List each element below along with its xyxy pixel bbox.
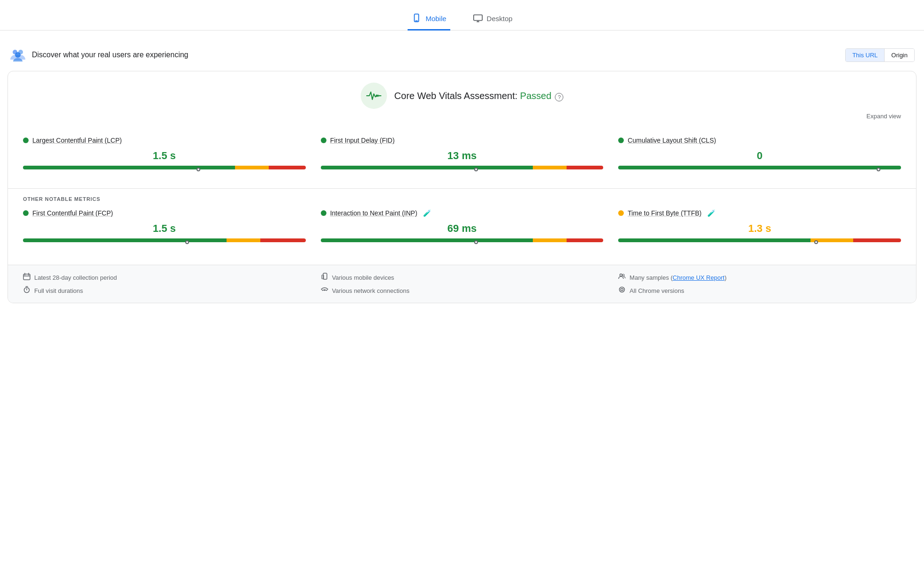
cwv-status: Passed <box>520 91 552 101</box>
tab-desktop[interactable]: Desktop <box>469 8 516 31</box>
footer-item-network: Various network connections <box>321 286 604 295</box>
metric-fid: First Input Delay (FID) 13 ms <box>321 131 604 177</box>
footer-item-period: Latest 28-day collection period <box>23 273 306 282</box>
users-icon <box>9 46 26 63</box>
footer-item-samples: Many samples (Chrome UX Report) <box>618 273 901 282</box>
cls-bar <box>618 166 901 169</box>
ttfb-lab-icon: 🧪 <box>707 209 715 217</box>
inp-lab-icon: 🧪 <box>423 209 431 217</box>
lcp-bar <box>23 166 306 169</box>
inp-dot <box>321 210 326 216</box>
fid-value: 13 ms <box>321 150 604 162</box>
svg-point-21 <box>620 287 625 292</box>
tab-mobile[interactable]: Mobile <box>408 8 450 31</box>
fcp-marker <box>185 240 189 244</box>
people-icon <box>618 273 626 282</box>
metric-lcp-label: Largest Contentful Paint (LCP) <box>23 137 306 144</box>
svg-point-17 <box>622 274 624 276</box>
inp-link[interactable]: Interaction to Next Paint (INP) <box>330 209 417 217</box>
tab-desktop-label: Desktop <box>487 15 513 23</box>
cwv-header: Core Web Vitals Assessment: Passed ? <box>23 83 901 109</box>
timer-icon <box>23 286 30 295</box>
cwv-title: Core Web Vitals Assessment: Passed ? <box>394 91 564 101</box>
inp-value: 69 ms <box>321 222 604 235</box>
expand-view[interactable]: Expand view <box>23 113 901 120</box>
svg-point-22 <box>621 289 623 291</box>
network-icon <box>321 286 328 295</box>
fid-dot <box>321 138 326 143</box>
fid-bar <box>321 166 604 169</box>
mobile-devices-icon <box>321 273 328 282</box>
footer-samples-text: Many samples (Chrome UX Report) <box>629 274 727 281</box>
core-metrics-grid: Largest Contentful Paint (LCP) 1.5 s Fir… <box>23 131 901 188</box>
footer-period-text: Latest 28-day collection period <box>34 274 117 281</box>
cls-marker <box>877 168 880 171</box>
inp-marker <box>474 240 478 244</box>
origin-button[interactable]: Origin <box>885 49 914 61</box>
url-button[interactable]: This URL <box>846 49 885 61</box>
ttfb-marker <box>814 240 818 244</box>
metric-ttfb-label: Time to First Byte (TTFB) 🧪 <box>618 209 901 217</box>
header-title: Discover what your real users are experi… <box>32 51 188 59</box>
fcp-dot <box>23 210 29 216</box>
pulse-icon <box>366 90 381 101</box>
footer-visits-text: Full visit durations <box>34 287 83 294</box>
metric-cls: Cumulative Layout Shift (CLS) 0 <box>618 131 901 177</box>
tab-bar: Mobile Desktop <box>0 0 924 31</box>
fid-link[interactable]: First Input Delay (FID) <box>330 137 395 144</box>
lcp-indicator <box>23 169 306 174</box>
ttfb-indicator <box>618 241 901 247</box>
metric-fcp: First Contentful Paint (FCP) 1.5 s <box>23 204 306 250</box>
url-toggle: This URL Origin <box>845 48 915 62</box>
metric-fid-label: First Input Delay (FID) <box>321 137 604 144</box>
svg-rect-15 <box>322 275 324 279</box>
metric-cls-label: Cumulative Layout Shift (CLS) <box>618 137 901 144</box>
chrome-icon <box>618 286 626 295</box>
svg-point-16 <box>620 274 622 276</box>
fid-marker <box>474 168 478 171</box>
svg-point-7 <box>15 52 21 58</box>
tab-mobile-label: Mobile <box>425 15 446 23</box>
cls-indicator <box>618 169 901 174</box>
cwv-title-prefix: Core Web Vitals Assessment: <box>394 91 520 101</box>
ttfb-value: 1.3 s <box>618 222 901 235</box>
inp-indicator <box>321 241 604 247</box>
footer-item-chrome: All Chrome versions <box>618 286 901 295</box>
footer-item-visits: Full visit durations <box>23 286 306 295</box>
other-metrics-grid: First Contentful Paint (FCP) 1.5 s Inter… <box>23 204 901 261</box>
metric-ttfb: Time to First Byte (TTFB) 🧪 1.3 s <box>618 204 901 250</box>
metric-lcp: Largest Contentful Paint (LCP) 1.5 s <box>23 131 306 177</box>
fcp-indicator <box>23 241 306 247</box>
main-card: Core Web Vitals Assessment: Passed ? Exp… <box>8 71 916 303</box>
lcp-value: 1.5 s <box>23 150 306 162</box>
chrome-ux-report-link[interactable]: Chrome UX Report <box>673 274 725 281</box>
footer-item-devices: Various mobile devices <box>321 273 604 282</box>
footer-devices-text: Various mobile devices <box>332 274 394 281</box>
ttfb-dot <box>618 210 624 216</box>
calendar-icon <box>23 273 30 282</box>
lcp-link[interactable]: Largest Contentful Paint (LCP) <box>32 137 122 144</box>
lcp-marker <box>197 168 200 171</box>
cls-dot <box>618 138 624 143</box>
fid-indicator <box>321 169 604 174</box>
svg-point-9 <box>377 95 379 97</box>
cls-value: 0 <box>618 150 901 162</box>
ttfb-bar <box>618 238 901 242</box>
fcp-bar <box>23 238 306 242</box>
other-metrics-label: OTHER NOTABLE METRICS <box>23 189 901 204</box>
lcp-dot <box>23 138 29 143</box>
footer-network-text: Various network connections <box>332 287 409 294</box>
cwv-icon <box>361 83 387 109</box>
fcp-link[interactable]: First Contentful Paint (FCP) <box>32 209 113 217</box>
cls-link[interactable]: Cumulative Layout Shift (CLS) <box>628 137 716 144</box>
svg-rect-2 <box>473 15 482 21</box>
metric-inp-label: Interaction to Next Paint (INP) 🧪 <box>321 209 604 217</box>
inp-bar <box>321 238 604 242</box>
footer-chrome-text: All Chrome versions <box>629 287 684 294</box>
header-section: Discover what your real users are experi… <box>0 42 924 71</box>
fcp-value: 1.5 s <box>23 222 306 235</box>
metric-inp: Interaction to Next Paint (INP) 🧪 69 ms <box>321 204 604 250</box>
header-left: Discover what your real users are experi… <box>9 46 188 63</box>
ttfb-link[interactable]: Time to First Byte (TTFB) <box>628 209 701 217</box>
help-icon[interactable]: ? <box>555 93 563 101</box>
